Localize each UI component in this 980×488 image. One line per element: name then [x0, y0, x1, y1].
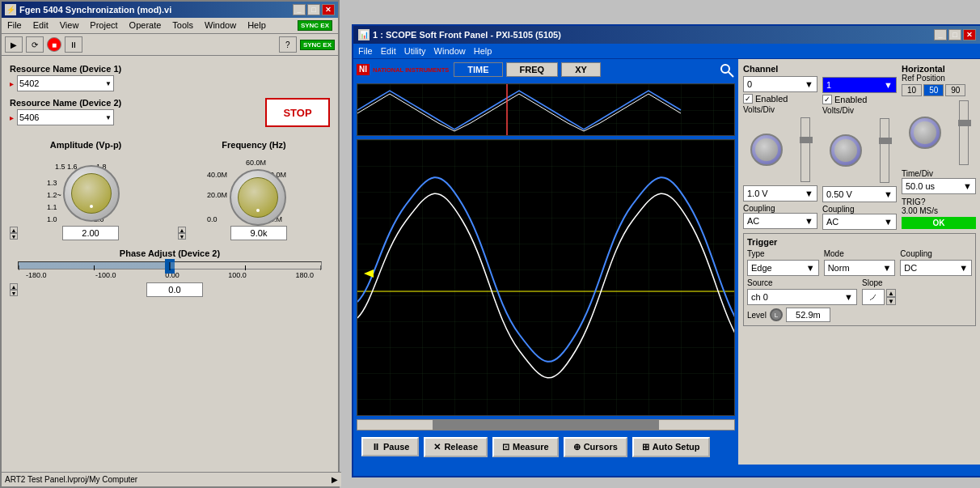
ch1-vslider-thumb[interactable] [879, 138, 892, 144]
phase-spinners[interactable]: ▲ ▼ [10, 283, 18, 296]
svg-text:1.1: 1.1 [47, 203, 57, 211]
fgen-close-button[interactable]: ✕ [322, 4, 335, 15]
ref-50-button[interactable]: 50 [923, 84, 944, 96]
measure-button[interactable]: ⊡ Measure [492, 437, 559, 457]
amplitude-up[interactable]: ▲ [10, 227, 18, 233]
horiz-knob-slider-row [902, 99, 976, 167]
scope-restore-button[interactable]: □ [948, 29, 961, 40]
tab-time[interactable]: TIME [454, 62, 502, 77]
scope-main-display [357, 139, 735, 416]
pause-button[interactable]: ⏸ [65, 36, 82, 53]
frequency-spinners[interactable]: ▲ ▼ [178, 227, 186, 240]
menu-operate[interactable]: Operate [127, 19, 164, 32]
channel0-enabled-checkbox[interactable]: ✓ [743, 94, 753, 104]
status-scroll-right[interactable]: ▶ [332, 475, 338, 484]
ref-10-button[interactable]: 10 [902, 84, 922, 96]
horiz-knob[interactable] [909, 117, 941, 149]
scope-menu-edit[interactable]: Edit [381, 46, 396, 56]
ch1-coupling-dropdown[interactable]: AC ▼ [822, 214, 897, 230]
resource1-dropdown[interactable]: 5402 ▼ [17, 75, 114, 91]
level-knob-small[interactable]: L [770, 308, 783, 321]
horiz-vslider-thumb[interactable] [958, 120, 971, 126]
trigger-coupling-dropdown[interactable]: DC ▼ [900, 260, 972, 276]
channel0-dropdown[interactable]: 0 ▼ [743, 76, 817, 92]
help-button[interactable]: ? [279, 36, 297, 53]
trigger-source-dropdown[interactable]: ch 0 ▼ [747, 289, 857, 305]
ch0-vslider-thumb[interactable] [800, 137, 813, 143]
frequency-value[interactable]: 9.0k [230, 226, 287, 240]
time-div-dropdown[interactable]: 50.0 us ▼ [902, 178, 976, 194]
horizontal-controls: Horizontal Ref Position 10 50 90 [902, 64, 976, 230]
run-arrow-button[interactable]: ▶ [5, 36, 23, 53]
trigger-level-value[interactable]: 52.9m [786, 308, 830, 322]
scope-menu-utility[interactable]: Utility [404, 46, 426, 56]
menu-project[interactable]: Project [87, 19, 120, 32]
abort-button[interactable]: ■ [47, 37, 61, 52]
channel1-enabled-checkbox[interactable]: ✓ [822, 95, 832, 104]
scope-title-icon: 📊 [358, 29, 370, 40]
menu-window[interactable]: Window [202, 19, 239, 32]
fgen-restore-button[interactable]: □ [307, 4, 320, 15]
status-text: ART2 Test Panel.lvproj/My Computer [5, 475, 137, 484]
amplitude-down[interactable]: ▼ [10, 233, 18, 240]
phase-value[interactable]: 0.0 [146, 282, 203, 297]
scope-top-display [357, 83, 735, 136]
scope-close-button[interactable]: ✕ [963, 29, 976, 40]
slope-up[interactable]: ▲ [886, 289, 896, 297]
redo-button[interactable]: ⟳ [26, 36, 44, 53]
scope-menu-window[interactable]: Window [434, 46, 466, 56]
menu-help[interactable]: Help [245, 19, 268, 32]
controls-row: Amplitude (Vp-p) 1.3 1.5 1.6 1.2~ -1.8 1… [10, 140, 330, 240]
view-tabs: TIME FREQ XY [454, 62, 601, 77]
zoom-button[interactable] [719, 62, 735, 80]
ch1-volts-knob[interactable] [830, 134, 862, 167]
amplitude-spinners[interactable]: ▲ ▼ [10, 227, 18, 240]
trig-rate: 3.00 MS/s [902, 206, 976, 215]
ch1-vslider[interactable] [880, 118, 889, 183]
svg-text:60.0M: 60.0M [246, 159, 266, 167]
stop-button[interactable]: STOP [265, 98, 330, 127]
tab-freq[interactable]: FREQ [506, 62, 559, 77]
ref-90-button[interactable]: 90 [945, 84, 965, 96]
slope-spinners[interactable]: ▲ ▼ [886, 289, 896, 305]
slope-down[interactable]: ▼ [886, 297, 896, 305]
pause-button[interactable]: ⏸ Pause [361, 437, 419, 456]
menu-file[interactable]: File [5, 19, 24, 32]
horiz-vslider[interactable] [959, 100, 969, 165]
ch0-vslider[interactable] [800, 117, 810, 182]
phase-slider-track[interactable] [18, 261, 322, 269]
fgen-minimize-button[interactable]: _ [293, 4, 306, 15]
phase-down[interactable]: ▼ [10, 290, 18, 296]
channel1-dropdown[interactable]: 1 ▼ [822, 77, 897, 93]
ni-logo-area: NI NATIONAL INSTRUMENTS [357, 64, 449, 75]
menu-edit[interactable]: Edit [31, 19, 51, 32]
amplitude-knob[interactable] [63, 165, 120, 223]
menu-tools[interactable]: Tools [170, 19, 196, 32]
trigger-slope-control[interactable]: ⟋ ▲ ▼ [862, 289, 972, 305]
cursors-button[interactable]: ⊕ Cursors [564, 437, 627, 457]
h-scrollbar-thumb[interactable] [433, 420, 659, 430]
auto-setup-button[interactable]: ⊞ Auto Setup [632, 437, 710, 457]
tab-xy[interactable]: XY [561, 62, 601, 77]
scope-menu-file[interactable]: File [358, 46, 373, 56]
svg-text:0.0: 0.0 [207, 215, 218, 223]
ch0-coupling-dropdown[interactable]: AC ▼ [743, 213, 817, 229]
ch1-volts-value[interactable]: 0.50 V ▼ [822, 186, 897, 202]
ch0-volts-value[interactable]: 1.0 V ▼ [743, 185, 817, 202]
scope-minimize-button[interactable]: _ [934, 29, 947, 40]
frequency-knob[interactable] [230, 169, 286, 227]
phase-up[interactable]: ▲ [10, 283, 18, 290]
h-scrollbar[interactable] [357, 419, 735, 431]
frequency-down[interactable]: ▼ [178, 233, 186, 240]
release-button[interactable]: ✕ Release [424, 437, 488, 457]
trigger-type-dropdown[interactable]: Edge ▼ [747, 260, 819, 276]
frequency-up[interactable]: ▲ [178, 227, 186, 233]
scope-menu-help[interactable]: Help [474, 46, 492, 56]
amplitude-value[interactable]: 2.00 [62, 226, 119, 240]
fgen-title-icon: ⚡ [5, 4, 16, 15]
ch0-volts-knob[interactable] [750, 134, 783, 166]
trigger-mode-dropdown[interactable]: Norm ▼ [824, 260, 896, 276]
menu-view[interactable]: View [57, 19, 82, 32]
phase-value-row: ▲ ▼ 0.0 [10, 282, 330, 297]
resource2-dropdown[interactable]: 5406 ▼ [17, 109, 114, 125]
